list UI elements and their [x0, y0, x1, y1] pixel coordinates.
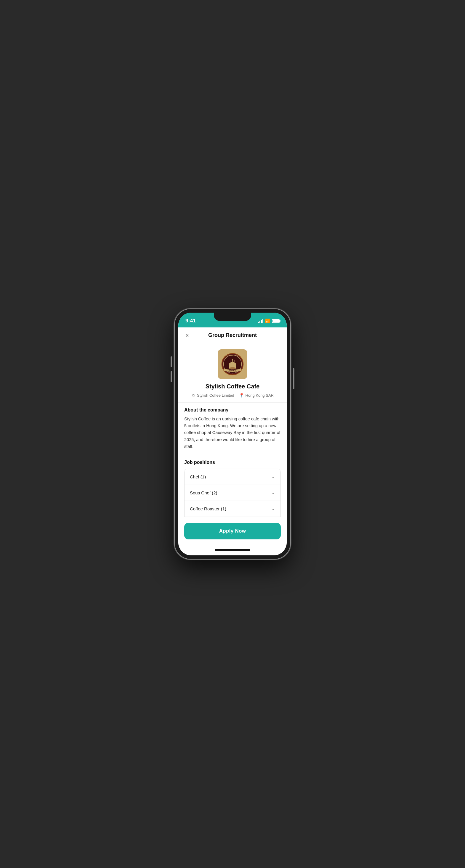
phone-frame: 9:41 📶 × Group Recruitment	[175, 309, 290, 559]
app-header: × Group Recruitment	[178, 328, 287, 342]
chevron-down-icon: ⌄	[271, 506, 275, 511]
svg-text:STYLISH: STYLISH	[229, 369, 237, 371]
company-meta: ⛭ Stylish Coffee Limited 📍 Hong Kong SAR	[191, 393, 274, 398]
job-label: Coffee Roaster (1)	[190, 506, 226, 511]
chevron-down-icon: ⌄	[271, 474, 275, 479]
jobs-list: Chef (1) ⌄ Sous Chef (2) ⌄ Coffee Roaste…	[184, 469, 281, 517]
signal-icon	[258, 319, 263, 323]
about-title: About the company	[184, 407, 281, 413]
notch	[214, 313, 251, 321]
job-list-item[interactable]: Sous Chef (2) ⌄	[184, 485, 281, 501]
jobs-title: Job positions	[184, 460, 281, 465]
jobs-section: Job positions Chef (1) ⌄ Sous Chef (2) ⌄…	[178, 455, 287, 517]
apply-now-button[interactable]: Apply Now	[184, 523, 281, 539]
power-button	[293, 368, 294, 389]
home-bar	[215, 549, 250, 551]
job-list-item[interactable]: Coffee Roaster (1) ⌄	[184, 501, 281, 517]
company-name: Stylish Coffee Cafe	[206, 383, 259, 390]
chevron-down-icon: ⌄	[271, 490, 275, 495]
volume-up-button	[171, 356, 172, 367]
about-description: Stylish Coffee is an uprising coffee caf…	[184, 416, 281, 450]
status-icons: 📶	[258, 318, 280, 323]
battery-icon	[272, 319, 280, 323]
about-section: About the company Stylish Coffee is an u…	[178, 402, 287, 455]
volume-down-button	[171, 371, 172, 382]
close-button[interactable]: ×	[184, 331, 190, 340]
job-label: Chef (1)	[190, 474, 206, 479]
company-logo: STYLISH COFFEE CAFE	[218, 349, 247, 379]
page-title: Group Recruitment	[208, 332, 257, 338]
company-location: 📍 Hong Kong SAR	[239, 393, 274, 398]
bottom-section: Apply Now	[178, 517, 287, 544]
phone-screen: 9:41 📶 × Group Recruitment	[178, 313, 287, 555]
company-parent: ⛭ Stylish Coffee Limited	[191, 393, 234, 398]
main-content: STYLISH COFFEE CAFE Stylish Coffee Cafe …	[178, 342, 287, 517]
building-icon: ⛭	[191, 393, 196, 398]
wifi-icon: 📶	[265, 318, 270, 323]
job-list-item[interactable]: Chef (1) ⌄	[184, 469, 281, 485]
company-logo-svg: STYLISH COFFEE CAFE	[219, 351, 246, 377]
company-section: STYLISH COFFEE CAFE Stylish Coffee Cafe …	[178, 342, 287, 402]
location-icon: 📍	[239, 393, 244, 398]
job-label: Sous Chef (2)	[190, 490, 217, 495]
svg-text:COFFEE CAFE: COFFEE CAFE	[226, 355, 238, 356]
home-indicator	[178, 544, 287, 555]
status-time: 9:41	[185, 318, 196, 324]
